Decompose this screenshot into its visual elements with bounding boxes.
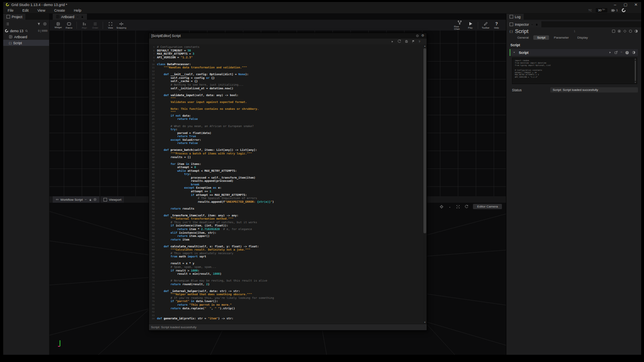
close-button[interactable]: ✕ bbox=[631, 2, 641, 7]
tree-item-artboard[interactable]: Artboard bbox=[3, 34, 49, 40]
menu-file[interactable]: File bbox=[3, 8, 18, 12]
add-icon[interactable] bbox=[43, 22, 47, 26]
scroll-up-icon[interactable]: ▲ bbox=[634, 58, 636, 60]
editor-camera-button[interactable]: Editor Camera bbox=[473, 204, 502, 209]
tag-icon[interactable] bbox=[623, 29, 627, 33]
code-line: 49 # The Spanish Inquisition of errors bbox=[149, 197, 427, 200]
open-external-icon[interactable] bbox=[614, 51, 618, 54]
preview-scrollbar[interactable]: ▲ ▼ bbox=[634, 58, 636, 83]
search-icon[interactable] bbox=[25, 29, 28, 33]
section-title: Script bbox=[506, 40, 641, 49]
tab-log[interactable]: Log bbox=[506, 14, 524, 20]
editor-scrollbar[interactable]: ▲ ▼ bbox=[423, 44, 427, 324]
focus-target-icon[interactable] bbox=[440, 205, 444, 209]
sync-icon[interactable] bbox=[464, 205, 469, 209]
scroll-up-icon[interactable]: ▲ bbox=[423, 45, 427, 47]
code-icon[interactable]: ‹› bbox=[621, 51, 622, 54]
toolbar-separator bbox=[478, 22, 478, 29]
fisheye-icon[interactable] bbox=[617, 29, 621, 33]
instance-badge: 1 bbox=[574, 30, 576, 33]
help-icon[interactable]: ? bbox=[419, 40, 420, 43]
code-line: 84def generate_id(prefix: str = "item") … bbox=[149, 317, 427, 321]
line-number: 23 bbox=[149, 107, 155, 111]
tree-item-project-root[interactable]: demo 13 0 | 9999 bbox=[3, 28, 49, 34]
expander-icon[interactable] bbox=[513, 51, 516, 54]
checkbox[interactable] bbox=[612, 29, 615, 33]
contrast-icon[interactable] bbox=[632, 51, 636, 54]
line-number: 17 bbox=[149, 87, 155, 90]
close-circle-icon[interactable] bbox=[93, 198, 97, 201]
menu-edit[interactable]: Edit bbox=[18, 8, 33, 12]
gear-icon[interactable]: ⚙ bbox=[421, 34, 424, 37]
play-button[interactable]: Play bbox=[465, 21, 476, 29]
reload-icon[interactable] bbox=[397, 39, 401, 43]
inspector-tabs: GeneralScriptParameterDisplay bbox=[506, 35, 641, 40]
menu-create[interactable]: Create bbox=[50, 8, 69, 12]
chevron-down-icon[interactable] bbox=[76, 15, 79, 19]
run-icon[interactable] bbox=[609, 51, 611, 54]
lock-icon[interactable] bbox=[81, 15, 84, 18]
toolbar-separator bbox=[76, 22, 77, 29]
lock-icon[interactable] bbox=[89, 198, 92, 201]
artboard-icon bbox=[9, 35, 12, 39]
tab-general[interactable]: General bbox=[514, 35, 532, 40]
tree-list-icon[interactable] bbox=[6, 22, 9, 26]
circle-icon[interactable] bbox=[629, 29, 632, 33]
tab-artboard[interactable]: Artboard bbox=[53, 14, 87, 20]
help-button[interactable]: ?Help bbox=[491, 22, 502, 29]
flag-icon[interactable] bbox=[412, 40, 415, 43]
save-icon[interactable] bbox=[405, 40, 408, 43]
line-number: 48 bbox=[149, 193, 155, 197]
tree-item-label: Artboard bbox=[14, 35, 27, 39]
scroll-thumb[interactable] bbox=[423, 48, 426, 233]
scroll-down-icon[interactable]: ▼ bbox=[423, 321, 427, 323]
tab-project[interactable]: Project bbox=[3, 14, 25, 20]
run-icon[interactable] bbox=[391, 40, 394, 43]
frame-button[interactable]: Frame bbox=[64, 22, 74, 29]
minimize-button[interactable]: – bbox=[610, 2, 620, 7]
menu-view[interactable]: View bbox=[33, 8, 50, 12]
scroll-thumb[interactable] bbox=[635, 61, 636, 81]
widget-button[interactable]: Widget bbox=[53, 22, 64, 29]
code-area[interactable]: ▲ ▼ 5# Configuration constants6DEFAULT_T… bbox=[149, 44, 427, 324]
chevron-down-icon[interactable] bbox=[530, 23, 534, 26]
dot-menu-icon[interactable] bbox=[448, 205, 452, 208]
toolbar-button[interactable]: Toolbar bbox=[480, 21, 491, 29]
fps-value: 30 bbox=[598, 8, 602, 12]
target-icon[interactable] bbox=[416, 34, 419, 37]
script-preview[interactable]: ▲ ▼ import randomfrom datetime import da… bbox=[512, 58, 637, 84]
tab-script[interactable]: Script bbox=[533, 35, 549, 40]
help-circle-icon[interactable]: ? bbox=[625, 51, 629, 55]
tree-item-script[interactable]: { } Script bbox=[3, 40, 49, 46]
expand-icon[interactable] bbox=[456, 205, 460, 209]
viewport-canvas[interactable]: Artboard WidgetFrameAlignOrderViewSnappi… bbox=[50, 14, 506, 355]
tab-display[interactable]: Display bbox=[574, 35, 591, 40]
flow-chart-button[interactable]: Flow Chart bbox=[454, 20, 465, 30]
script-component-row[interactable]: Script ‹› ? bbox=[510, 49, 638, 56]
maximize-button[interactable]: ▢ bbox=[620, 2, 631, 7]
line-number: 15 bbox=[149, 80, 155, 83]
script-editor-titlebar[interactable]: [ScriptEditor] Script ⚙ bbox=[149, 33, 427, 39]
tc-label[interactable]: TC bbox=[588, 9, 592, 12]
snapping-button[interactable]: Snapping bbox=[116, 22, 127, 29]
tab-inspector[interactable]: Inspector bbox=[506, 21, 541, 27]
code-line: 12 bbox=[149, 70, 427, 73]
lock-icon[interactable] bbox=[535, 23, 538, 26]
tab-viewport[interactable]: Viewport bbox=[101, 196, 124, 203]
line-number: 51 bbox=[149, 204, 155, 207]
code-line: 25 if not data: bbox=[149, 114, 427, 118]
scroll-down-icon[interactable]: ▼ bbox=[634, 82, 636, 83]
filter-icon[interactable] bbox=[37, 22, 41, 26]
gridstudio-logo-icon[interactable] bbox=[621, 8, 626, 12]
menu-help[interactable]: Help bbox=[69, 8, 86, 12]
view-button[interactable]: View bbox=[105, 22, 116, 29]
chevron-down-icon[interactable] bbox=[84, 198, 87, 201]
view-icon bbox=[108, 22, 113, 26]
tab-workflow-script[interactable]: Workflow Script bbox=[53, 196, 99, 203]
tab-parameter[interactable]: Parameter bbox=[550, 35, 572, 40]
line-number: 24 bbox=[149, 111, 155, 114]
fps-indicator[interactable]: 30 fps bbox=[596, 8, 608, 12]
contrast-icon[interactable] bbox=[634, 29, 638, 33]
code-line: 15 self._cache = {} bbox=[149, 80, 427, 83]
code-line: 10class DataProcessor: bbox=[149, 63, 427, 66]
